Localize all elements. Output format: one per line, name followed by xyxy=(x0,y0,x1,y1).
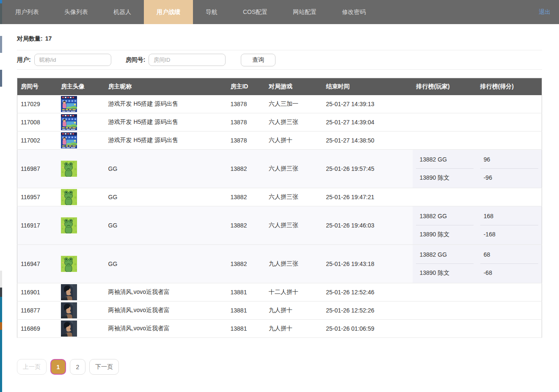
cell-owner-nickname: 两袖清风,vovo近我者富 xyxy=(105,283,227,302)
cell-owner-id: 13882 xyxy=(227,188,265,206)
portrait-avatar-image xyxy=(61,321,77,337)
promo-avatar xyxy=(61,96,77,112)
cell-owner-nickname: GG xyxy=(105,150,227,188)
header-room-id: 房间号 xyxy=(17,78,58,96)
cell-game: 六人拼十 xyxy=(265,132,322,150)
frog-avatar-image xyxy=(61,189,77,205)
rank-player-entry: 13882 GG xyxy=(416,207,473,225)
query-button[interactable]: 查询 xyxy=(241,54,275,66)
rank-player-entry: 13882 GG xyxy=(416,151,473,169)
room-search-input[interactable] xyxy=(149,54,226,66)
cell-room-id: 116957 xyxy=(17,188,58,206)
cell-owner-nickname: 两袖清风,vovo近我者富 xyxy=(105,320,227,338)
cell-game: 六人三加一 xyxy=(265,95,322,113)
cell-owner-id: 13881 xyxy=(227,283,265,302)
cell-end-time: 25-01-26 19:57:45 xyxy=(322,150,413,188)
cell-end-time: 25-01-26 12:52:46 xyxy=(322,283,413,302)
cell-room-id: 117029 xyxy=(17,95,58,113)
table-row: 116947GG13882九人拼三张25-01-26 19:43:1813882… xyxy=(17,245,542,283)
cell-end-time: 25-01-26 12:52:26 xyxy=(322,302,413,320)
rank-score-entry: 96 xyxy=(480,151,538,169)
cell-rank-scores: 68-68 xyxy=(477,245,542,283)
cell-room-id: 117008 xyxy=(17,113,58,132)
cell-owner-id: 13881 xyxy=(227,302,265,320)
cell-owner-nickname: 两袖清风,vovo近我者富 xyxy=(105,302,227,320)
edge-segment xyxy=(0,288,2,297)
portrait-avatar xyxy=(61,284,77,300)
cell-rank-players xyxy=(413,283,476,302)
cell-owner-id: 13881 xyxy=(227,320,265,338)
tab-user-records[interactable]: 用户战绩 xyxy=(144,0,193,24)
page-button-1[interactable]: 1 xyxy=(50,359,66,375)
portrait-avatar-image xyxy=(61,284,77,300)
room-search-group: 房间号: xyxy=(126,54,226,66)
tab-navigation[interactable]: 导航 xyxy=(193,0,230,24)
cell-room-id: 116917 xyxy=(17,206,58,245)
next-page-button[interactable]: 下一页 xyxy=(89,359,119,375)
cell-rank-players xyxy=(413,132,476,150)
cell-room-id: 116901 xyxy=(17,283,58,302)
cell-rank-players xyxy=(413,95,476,113)
cell-owner-avatar xyxy=(58,132,105,150)
room-label: 房间号: xyxy=(126,56,146,64)
header-owner-avatar: 房主头像 xyxy=(58,78,105,96)
rank-score-entry: -168 xyxy=(480,225,538,244)
prev-page-button[interactable]: 上一页 xyxy=(17,359,47,375)
cell-rank-scores xyxy=(477,113,542,132)
cell-rank-scores xyxy=(477,132,542,150)
edge-segment xyxy=(0,87,2,271)
cell-rank-players xyxy=(413,188,476,206)
frog-avatar xyxy=(61,161,77,177)
cell-rank-scores xyxy=(477,188,542,206)
cell-owner-nickname: 游戏开发 H5搭建 源码出售 xyxy=(105,113,227,132)
cell-game: 九人拼十 xyxy=(265,320,322,338)
left-edge-artifact xyxy=(0,0,2,392)
portrait-avatar xyxy=(61,321,77,337)
tab-cos-config[interactable]: COS配置 xyxy=(230,0,280,24)
tab-change-password[interactable]: 修改密码 xyxy=(329,0,378,24)
rank-player-entry: 13890 陈文 xyxy=(416,225,473,244)
promo-avatar-image xyxy=(61,96,77,112)
cell-game: 九人拼三张 xyxy=(265,245,322,283)
edge-segment xyxy=(0,271,2,288)
user-search-input[interactable] xyxy=(34,54,111,66)
edge-segment xyxy=(0,330,2,392)
cell-owner-avatar xyxy=(58,206,105,245)
page-button-2[interactable]: 2 xyxy=(70,359,85,375)
cell-owner-nickname: GG xyxy=(105,245,227,283)
search-bar: 用户: 房间号: 查询 xyxy=(17,50,542,70)
cell-owner-id: 13882 xyxy=(227,245,265,283)
frog-avatar xyxy=(61,217,77,233)
tab-user-list[interactable]: 用户列表 xyxy=(3,0,52,24)
match-count-label: 对局数量: xyxy=(17,35,43,42)
cell-owner-avatar xyxy=(58,188,105,206)
edge-segment xyxy=(0,297,2,322)
table-row: 117002游戏开发 H5搭建 源码出售13878六人拼十25-01-27 14… xyxy=(17,132,542,150)
cell-room-id: 116877 xyxy=(17,302,58,320)
cell-owner-nickname: GG xyxy=(105,206,227,245)
cell-owner-id: 13882 xyxy=(227,150,265,188)
nav-tabs: 用户列表头像列表机器人用户战绩导航COS配置网站配置修改密码 xyxy=(3,0,378,24)
logout-link[interactable]: 退出 xyxy=(539,0,551,24)
table-row: 116901两袖清风,vovo近我者富13881十二人拼十25-01-26 12… xyxy=(17,283,542,302)
cell-rank-scores: 168-168 xyxy=(477,206,542,245)
tab-robots[interactable]: 机器人 xyxy=(101,0,144,24)
cell-end-time: 25-01-27 14:39:04 xyxy=(322,113,413,132)
edge-segment xyxy=(0,53,2,70)
cell-rank-players xyxy=(413,320,476,338)
promo-avatar xyxy=(61,132,77,148)
tab-avatar-list[interactable]: 头像列表 xyxy=(52,0,101,24)
cell-rank-players: 13882 GG13890 陈文 xyxy=(413,245,476,283)
pagination: 上一页12下一页 xyxy=(17,359,542,375)
cell-rank-scores xyxy=(477,320,542,338)
cell-owner-id: 13878 xyxy=(227,95,265,113)
rank-player-entry: 13882 GG xyxy=(416,246,473,264)
cell-rank-players xyxy=(413,302,476,320)
rank-score-entry: -96 xyxy=(480,169,538,187)
cell-game: 六人拼三张 xyxy=(265,113,322,132)
table-row: 116957GG13882六人拼三张25-01-26 19:47:21 xyxy=(17,188,542,206)
cell-owner-avatar xyxy=(58,150,105,188)
cell-end-time: 25-01-27 14:39:13 xyxy=(322,95,413,113)
tab-site-config[interactable]: 网站配置 xyxy=(280,0,329,24)
header-end-time: 结束时间 xyxy=(322,78,413,96)
